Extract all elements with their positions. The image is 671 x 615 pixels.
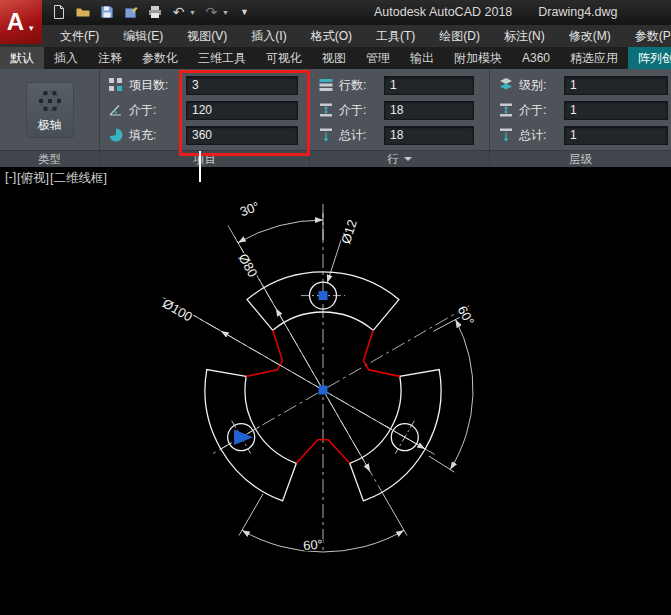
menu-dimension[interactable]: 标注(N) (492, 25, 557, 47)
menu-view[interactable]: 视图(V) (175, 25, 239, 47)
levels-between-label: 介于: (519, 102, 559, 119)
menu-edit[interactable]: 编辑(E) (111, 25, 175, 47)
rows-count-input[interactable] (384, 76, 474, 95)
panel-label-type[interactable]: 类型 (0, 151, 100, 167)
dim-label-outer-dia: Ø100 (160, 296, 195, 325)
tab-insert[interactable]: 插入 (44, 47, 88, 69)
document-name: Drawing4.dwg (538, 5, 617, 19)
tab-output[interactable]: 输出 (400, 47, 444, 69)
viewport-visual-style-control[interactable]: [二维线框] (50, 170, 107, 187)
panel-label-strip: 类型 项目 行 层级 (0, 150, 671, 167)
ribbon-panel-levels: 级别: 介于: 总计: (490, 69, 671, 150)
menu-modify[interactable]: 修改(M) (557, 25, 623, 47)
redo-icon[interactable]: ↷ (203, 4, 220, 21)
dim-ext-60r-b (429, 456, 454, 472)
rows-total-input[interactable] (384, 126, 474, 145)
levels-count-input[interactable] (564, 76, 668, 95)
rows-between-label: 介于: (339, 102, 379, 119)
title-bar: ↶▼ ↷▼ ▼ Autodesk AutoCAD 2018 Drawing4.d… (0, 0, 671, 25)
tab-featured-apps[interactable]: 精选应用 (560, 47, 628, 69)
panel-label-levels[interactable]: 层级 (490, 151, 671, 167)
viewport-menu-control[interactable]: [-] (5, 170, 16, 187)
rows-count-row: 行数: (318, 75, 489, 95)
levels-between-row: 介于: (498, 100, 671, 120)
tab-parametric[interactable]: 参数化 (132, 47, 188, 69)
menu-file[interactable]: 文件(F) (48, 25, 111, 47)
dim-arc-60-right (450, 320, 473, 470)
tab-manage[interactable]: 管理 (356, 47, 400, 69)
quick-access-toolbar: ↶▼ ↷▼ ▼ (50, 3, 253, 21)
tab-view[interactable]: 视图 (312, 47, 356, 69)
levels-count-icon (498, 77, 514, 93)
dim-label-small-dia: Ø12 (338, 218, 360, 246)
dim-arc-30 (238, 220, 323, 243)
dim-ext-60b-b (383, 494, 407, 536)
red-notches (246, 330, 400, 463)
tab-annotate[interactable]: 注释 (88, 47, 132, 69)
top-hole-grip[interactable] (319, 291, 328, 300)
rows-count-icon (318, 77, 334, 93)
tab-home[interactable]: 默认 (0, 47, 44, 69)
ribbon-panel-rows: 行数: 介于: 总计: (310, 69, 490, 150)
redo-dropdown-icon[interactable]: ▼ (222, 9, 229, 16)
viewport-view-control[interactable]: [俯视] (17, 170, 49, 187)
dim-ext-dia100 (192, 314, 221, 331)
rows-between-row: 介于: (318, 100, 489, 120)
autocad-logo: A (7, 10, 24, 34)
application-menu-button[interactable]: A ▼ (0, 0, 42, 44)
notch-top-right (364, 330, 400, 376)
menu-draw[interactable]: 绘图(D) (427, 25, 492, 47)
menu-insert[interactable]: 插入(I) (239, 25, 298, 47)
levels-between-icon (498, 102, 514, 118)
polar-array-drawing: 30° 60° 60° Ø80 Ø100 Ø12 (160, 199, 477, 554)
plot-icon[interactable] (146, 4, 163, 21)
tab-a360[interactable]: A360 (512, 47, 560, 69)
panel-label-rows[interactable]: 行 (310, 151, 490, 167)
levels-count-label: 级别: (519, 77, 559, 94)
menu-format[interactable]: 格式(O) (299, 25, 364, 47)
tab-add-ins[interactable]: 附加模块 (444, 47, 512, 69)
new-file-icon[interactable] (50, 4, 67, 21)
highlight-box (179, 70, 310, 156)
ribbon: 极轴 项目数: 介于: 填充: 行数: 介于: (0, 69, 671, 150)
sector-bottom-left (205, 370, 296, 501)
polar-array-type-button[interactable]: 极轴 (26, 82, 74, 138)
items-fill-label: 填充: (129, 127, 181, 144)
levels-total-row: 总计: (498, 125, 671, 145)
dim-label-top-angle: 30° (238, 199, 262, 220)
drawing-canvas[interactable]: 30° 60° 60° Ø80 Ø100 Ø12 (0, 167, 671, 615)
save-as-icon[interactable] (122, 4, 139, 21)
undo-dropdown-icon[interactable]: ▼ (189, 9, 196, 16)
menu-tools[interactable]: 工具(T) (364, 25, 427, 47)
tab-3d-tools[interactable]: 三维工具 (188, 47, 256, 69)
tab-array-creation[interactable]: 阵列创建 (628, 47, 671, 69)
levels-total-icon (498, 127, 514, 143)
levels-total-input[interactable] (564, 126, 668, 145)
qat-customize-icon[interactable]: ▼ (236, 4, 253, 21)
menu-parametric[interactable]: 参数(P) (623, 25, 671, 47)
levels-total-label: 总计: (519, 127, 559, 144)
ribbon-tab-bar: 默认 插入 注释 参数化 三维工具 可视化 视图 管理 输出 附加模块 A360… (0, 47, 671, 69)
polar-array-icon (37, 88, 63, 114)
app-menu-dropdown-icon: ▼ (27, 24, 35, 33)
dim-label-bottom-angle: 60° (303, 537, 324, 553)
dim-ext-60b-a (239, 494, 263, 536)
save-icon[interactable] (98, 4, 115, 21)
app-title: Autodesk AutoCAD 2018 (374, 5, 512, 19)
callout-line (199, 151, 201, 182)
rows-panel-dropdown-icon (404, 157, 412, 161)
tab-visualize[interactable]: 可视化 (256, 47, 312, 69)
open-file-icon[interactable] (74, 4, 91, 21)
items-fill-angle-icon (108, 127, 124, 143)
rows-between-input[interactable] (384, 101, 474, 120)
notch-top-left (246, 330, 282, 376)
items-count-label: 项目数: (129, 77, 181, 94)
rows-total-label: 总计: (339, 127, 379, 144)
undo-icon[interactable]: ↶ (170, 4, 187, 21)
grips (234, 291, 328, 445)
center-grip[interactable] (319, 386, 328, 395)
items-angle-between-icon (108, 102, 124, 118)
rows-total-icon (318, 127, 334, 143)
levels-between-input[interactable] (564, 101, 668, 120)
polar-array-type-label: 极轴 (38, 117, 62, 134)
